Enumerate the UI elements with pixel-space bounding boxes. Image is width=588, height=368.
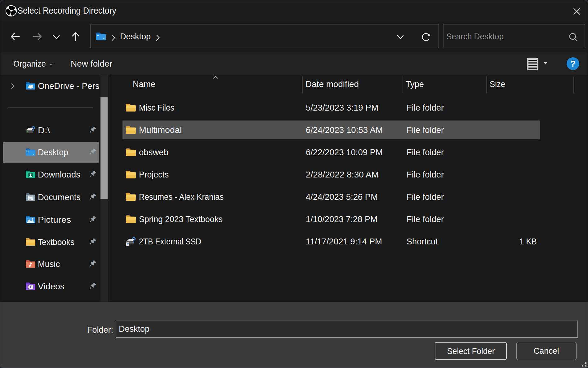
svg-text:?: ? <box>131 237 136 244</box>
svg-text:?: ? <box>31 126 36 133</box>
svg-text:?: ? <box>570 59 576 68</box>
